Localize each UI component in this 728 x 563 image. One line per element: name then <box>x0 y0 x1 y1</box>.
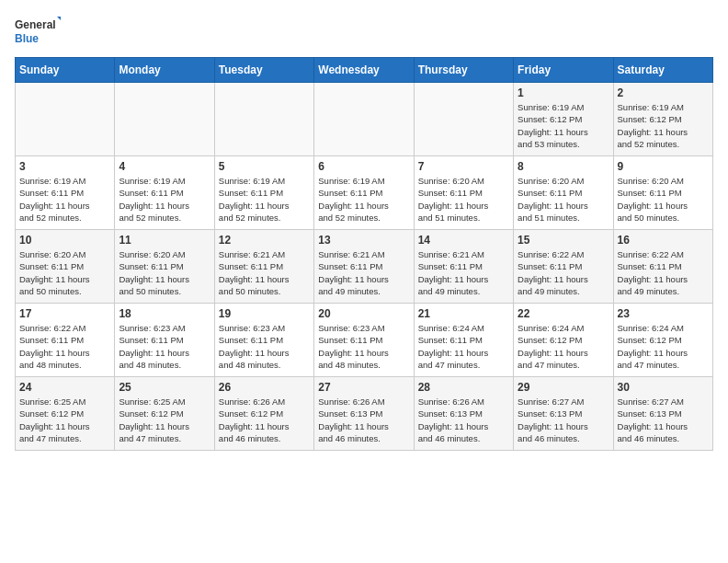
day-number: 1 <box>518 86 609 99</box>
calendar-cell: 6Sunrise: 6:19 AM Sunset: 6:11 PM Daylig… <box>314 156 414 230</box>
day-info: Sunrise: 6:21 AM Sunset: 6:11 PM Dayligh… <box>418 248 509 297</box>
calendar-cell: 14Sunrise: 6:21 AM Sunset: 6:11 PM Dayli… <box>414 230 513 304</box>
day-info: Sunrise: 6:23 AM Sunset: 6:11 PM Dayligh… <box>219 322 310 371</box>
logo-svg: General Blue <box>15 15 61 48</box>
day-number: 11 <box>119 234 210 247</box>
weekday-header-saturday: Saturday <box>613 58 712 83</box>
week-row-2: 3Sunrise: 6:19 AM Sunset: 6:11 PM Daylig… <box>16 156 713 230</box>
day-info: Sunrise: 6:19 AM Sunset: 6:11 PM Dayligh… <box>119 175 210 224</box>
calendar-cell: 10Sunrise: 6:20 AM Sunset: 6:11 PM Dayli… <box>16 230 115 304</box>
calendar-cell: 22Sunrise: 6:24 AM Sunset: 6:12 PM Dayli… <box>514 304 613 377</box>
calendar-cell: 30Sunrise: 6:27 AM Sunset: 6:13 PM Dayli… <box>613 377 712 451</box>
calendar-cell: 15Sunrise: 6:22 AM Sunset: 6:11 PM Dayli… <box>514 230 613 304</box>
day-info: Sunrise: 6:25 AM Sunset: 6:12 PM Dayligh… <box>19 396 110 444</box>
day-number: 3 <box>19 160 110 173</box>
day-number: 24 <box>19 381 110 394</box>
day-info: Sunrise: 6:24 AM Sunset: 6:12 PM Dayligh… <box>518 322 609 371</box>
day-info: Sunrise: 6:24 AM Sunset: 6:12 PM Dayligh… <box>618 322 709 371</box>
calendar-cell: 21Sunrise: 6:24 AM Sunset: 6:11 PM Dayli… <box>414 304 513 377</box>
day-number: 6 <box>318 160 409 173</box>
calendar-cell: 9Sunrise: 6:20 AM Sunset: 6:11 PM Daylig… <box>613 156 712 230</box>
week-row-4: 17Sunrise: 6:22 AM Sunset: 6:11 PM Dayli… <box>16 304 713 377</box>
calendar-cell: 20Sunrise: 6:23 AM Sunset: 6:11 PM Dayli… <box>314 304 414 377</box>
svg-text:General: General <box>15 18 56 31</box>
calendar-cell: 3Sunrise: 6:19 AM Sunset: 6:11 PM Daylig… <box>16 156 115 230</box>
day-number: 27 <box>318 381 409 394</box>
calendar-cell: 7Sunrise: 6:20 AM Sunset: 6:11 PM Daylig… <box>414 156 513 230</box>
calendar-cell <box>214 83 313 156</box>
calendar-cell: 1Sunrise: 6:19 AM Sunset: 6:12 PM Daylig… <box>514 83 613 156</box>
day-info: Sunrise: 6:20 AM Sunset: 6:11 PM Dayligh… <box>19 248 110 297</box>
calendar-cell: 2Sunrise: 6:19 AM Sunset: 6:12 PM Daylig… <box>613 83 712 156</box>
week-row-3: 10Sunrise: 6:20 AM Sunset: 6:11 PM Dayli… <box>16 230 713 304</box>
day-info: Sunrise: 6:20 AM Sunset: 6:11 PM Dayligh… <box>119 248 210 297</box>
day-info: Sunrise: 6:27 AM Sunset: 6:13 PM Dayligh… <box>518 396 609 444</box>
day-info: Sunrise: 6:19 AM Sunset: 6:12 PM Dayligh… <box>618 101 709 150</box>
calendar-cell: 24Sunrise: 6:25 AM Sunset: 6:12 PM Dayli… <box>16 377 115 451</box>
calendar-cell: 28Sunrise: 6:26 AM Sunset: 6:13 PM Dayli… <box>414 377 513 451</box>
calendar-cell: 27Sunrise: 6:26 AM Sunset: 6:13 PM Dayli… <box>314 377 414 451</box>
day-info: Sunrise: 6:24 AM Sunset: 6:11 PM Dayligh… <box>418 322 509 371</box>
calendar-cell <box>414 83 513 156</box>
calendar-cell: 29Sunrise: 6:27 AM Sunset: 6:13 PM Dayli… <box>514 377 613 451</box>
weekday-header-monday: Monday <box>115 58 214 83</box>
day-number: 12 <box>219 234 310 247</box>
week-row-5: 24Sunrise: 6:25 AM Sunset: 6:12 PM Dayli… <box>16 377 713 451</box>
day-number: 22 <box>518 307 609 320</box>
header: General Blue <box>15 15 713 48</box>
day-info: Sunrise: 6:21 AM Sunset: 6:11 PM Dayligh… <box>318 248 409 297</box>
day-number: 7 <box>418 160 509 173</box>
weekday-header-tuesday: Tuesday <box>214 58 313 83</box>
calendar-table: SundayMondayTuesdayWednesdayThursdayFrid… <box>15 57 713 451</box>
day-number: 8 <box>518 160 609 173</box>
svg-text:Blue: Blue <box>15 32 39 45</box>
day-info: Sunrise: 6:22 AM Sunset: 6:11 PM Dayligh… <box>518 248 609 297</box>
day-number: 26 <box>219 381 310 394</box>
day-info: Sunrise: 6:22 AM Sunset: 6:11 PM Dayligh… <box>19 322 110 371</box>
weekday-header-sunday: Sunday <box>16 58 115 83</box>
day-number: 19 <box>219 307 310 320</box>
day-number: 14 <box>418 234 509 247</box>
day-info: Sunrise: 6:23 AM Sunset: 6:11 PM Dayligh… <box>318 322 409 371</box>
day-number: 10 <box>19 234 110 247</box>
day-info: Sunrise: 6:19 AM Sunset: 6:11 PM Dayligh… <box>318 175 409 224</box>
day-info: Sunrise: 6:19 AM Sunset: 6:12 PM Dayligh… <box>518 101 609 150</box>
day-number: 15 <box>518 234 609 247</box>
calendar-cell: 4Sunrise: 6:19 AM Sunset: 6:11 PM Daylig… <box>115 156 214 230</box>
day-number: 25 <box>119 381 210 394</box>
calendar-cell <box>16 83 115 156</box>
day-number: 20 <box>318 307 409 320</box>
calendar-cell: 11Sunrise: 6:20 AM Sunset: 6:11 PM Dayli… <box>115 230 214 304</box>
day-info: Sunrise: 6:20 AM Sunset: 6:11 PM Dayligh… <box>418 175 509 224</box>
weekday-header-thursday: Thursday <box>414 58 513 83</box>
day-number: 17 <box>19 307 110 320</box>
calendar-cell: 12Sunrise: 6:21 AM Sunset: 6:11 PM Dayli… <box>214 230 313 304</box>
day-info: Sunrise: 6:25 AM Sunset: 6:12 PM Dayligh… <box>119 396 210 444</box>
calendar-cell: 17Sunrise: 6:22 AM Sunset: 6:11 PM Dayli… <box>16 304 115 377</box>
day-number: 9 <box>618 160 709 173</box>
day-info: Sunrise: 6:27 AM Sunset: 6:13 PM Dayligh… <box>618 396 709 444</box>
calendar-cell: 25Sunrise: 6:25 AM Sunset: 6:12 PM Dayli… <box>115 377 214 451</box>
weekday-header-wednesday: Wednesday <box>314 58 414 83</box>
day-info: Sunrise: 6:23 AM Sunset: 6:11 PM Dayligh… <box>119 322 210 371</box>
day-number: 21 <box>418 307 509 320</box>
calendar-cell <box>115 83 214 156</box>
svg-marker-2 <box>57 17 61 24</box>
weekday-header-friday: Friday <box>514 58 613 83</box>
day-info: Sunrise: 6:26 AM Sunset: 6:12 PM Dayligh… <box>219 396 310 444</box>
calendar-cell: 13Sunrise: 6:21 AM Sunset: 6:11 PM Dayli… <box>314 230 414 304</box>
calendar-cell: 16Sunrise: 6:22 AM Sunset: 6:11 PM Dayli… <box>613 230 712 304</box>
calendar-cell: 18Sunrise: 6:23 AM Sunset: 6:11 PM Dayli… <box>115 304 214 377</box>
day-number: 13 <box>318 234 409 247</box>
calendar-cell: 5Sunrise: 6:19 AM Sunset: 6:11 PM Daylig… <box>214 156 313 230</box>
day-info: Sunrise: 6:20 AM Sunset: 6:11 PM Dayligh… <box>618 175 709 224</box>
day-info: Sunrise: 6:20 AM Sunset: 6:11 PM Dayligh… <box>518 175 609 224</box>
calendar-cell: 23Sunrise: 6:24 AM Sunset: 6:12 PM Dayli… <box>613 304 712 377</box>
calendar-cell: 8Sunrise: 6:20 AM Sunset: 6:11 PM Daylig… <box>514 156 613 230</box>
day-number: 18 <box>119 307 210 320</box>
day-number: 30 <box>618 381 709 394</box>
day-info: Sunrise: 6:19 AM Sunset: 6:11 PM Dayligh… <box>19 175 110 224</box>
calendar-cell: 19Sunrise: 6:23 AM Sunset: 6:11 PM Dayli… <box>214 304 313 377</box>
day-info: Sunrise: 6:21 AM Sunset: 6:11 PM Dayligh… <box>219 248 310 297</box>
week-row-1: 1Sunrise: 6:19 AM Sunset: 6:12 PM Daylig… <box>16 83 713 156</box>
